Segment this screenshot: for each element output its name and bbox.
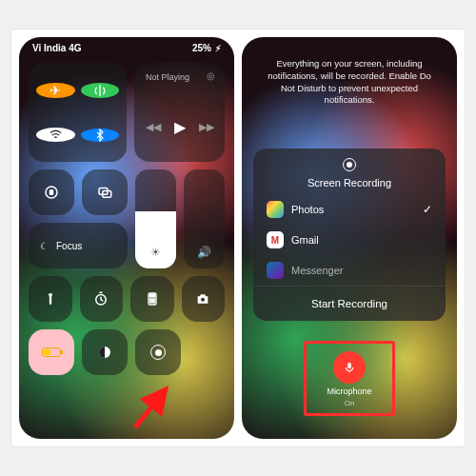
svg-point-11 <box>151 302 152 303</box>
option-label: Messenger <box>291 265 343 276</box>
connectivity-group: ✈︎ <box>29 63 127 162</box>
svg-rect-1 <box>50 190 53 195</box>
screen-recording-sheet: Screen Recording Photos ✓ M Gmail Messen… <box>253 149 446 321</box>
carrier-label: Vi India 4G <box>32 43 82 53</box>
focus-label: Focus <box>56 241 82 251</box>
airplay-icon[interactable]: ◎ <box>207 70 215 81</box>
timer-button[interactable] <box>80 276 124 322</box>
microphone-toggle[interactable] <box>333 351 366 384</box>
sheet-title: Screen Recording <box>307 177 391 188</box>
destination-option-photos[interactable]: Photos ✓ <box>253 194 446 225</box>
destination-option-messenger[interactable]: Messenger <box>253 255 446 286</box>
svg-rect-6 <box>149 294 154 297</box>
annotation-highlight-box: Microphone On <box>304 341 395 416</box>
airplane-mode-toggle[interactable]: ✈︎ <box>36 83 75 98</box>
bluetooth-toggle[interactable] <box>81 129 120 142</box>
status-bar: Vi India 4G 25% ⚡︎ <box>19 37 234 53</box>
charging-icon: ⚡︎ <box>215 44 221 53</box>
gmail-app-icon: M <box>267 231 284 248</box>
focus-button[interactable]: ☾ Focus <box>29 223 128 268</box>
svg-point-10 <box>149 302 150 303</box>
play-icon[interactable]: ▶ <box>174 118 186 136</box>
start-recording-button[interactable]: Start Recording <box>253 286 446 321</box>
cellular-data-toggle[interactable] <box>81 83 120 98</box>
screen-recording-sheet-screen: Everything on your screen, including not… <box>242 37 457 439</box>
microphone-state: On <box>345 399 355 407</box>
annotation-arrow <box>129 380 177 433</box>
brightness-slider[interactable]: ☀︎ <box>135 169 176 268</box>
control-center-screen: Vi India 4G 25% ⚡︎ ✈︎ <box>19 37 234 439</box>
screen-record-button[interactable] <box>135 329 181 375</box>
battery-icon <box>42 347 61 357</box>
option-label: Gmail <box>291 234 319 246</box>
destination-option-gmail[interactable]: M Gmail <box>253 225 446 255</box>
flashlight-button[interactable] <box>29 276 72 322</box>
svg-point-13 <box>201 298 205 302</box>
photos-app-icon <box>267 201 284 218</box>
volume-icon: 🔊 <box>184 246 225 259</box>
messenger-app-icon <box>267 262 284 279</box>
checkmark-icon: ✓ <box>423 203 432 216</box>
camera-button[interactable] <box>182 276 226 322</box>
battery-percent: 25% <box>192 43 211 53</box>
record-icon <box>343 158 356 171</box>
svg-point-9 <box>153 299 154 300</box>
svg-point-7 <box>149 299 150 300</box>
volume-slider[interactable]: 🔊 <box>184 169 225 268</box>
svg-rect-15 <box>347 363 351 368</box>
record-icon <box>155 349 162 356</box>
calculator-button[interactable] <box>130 276 174 322</box>
brightness-icon: ☀︎ <box>135 246 176 259</box>
recording-disclaimer: Everything on your screen, including not… <box>242 37 457 107</box>
microphone-label: Microphone <box>327 387 371 396</box>
option-label: Photos <box>291 204 324 215</box>
screen-mirroring-button[interactable] <box>82 169 128 215</box>
rotation-lock-toggle[interactable] <box>29 169 74 215</box>
wifi-toggle[interactable] <box>36 128 75 142</box>
low-power-mode-toggle[interactable] <box>29 329 74 375</box>
svg-point-12 <box>153 302 154 303</box>
prev-track-icon[interactable]: ◀◀ <box>146 121 161 133</box>
media-tile[interactable]: ◎ Not Playing ◀◀ ▶ ▶▶ <box>134 63 225 162</box>
svg-point-8 <box>151 299 152 300</box>
moon-icon: ☾ <box>40 241 49 251</box>
next-track-icon[interactable]: ▶▶ <box>199 121 214 133</box>
dark-mode-toggle[interactable] <box>82 329 128 375</box>
